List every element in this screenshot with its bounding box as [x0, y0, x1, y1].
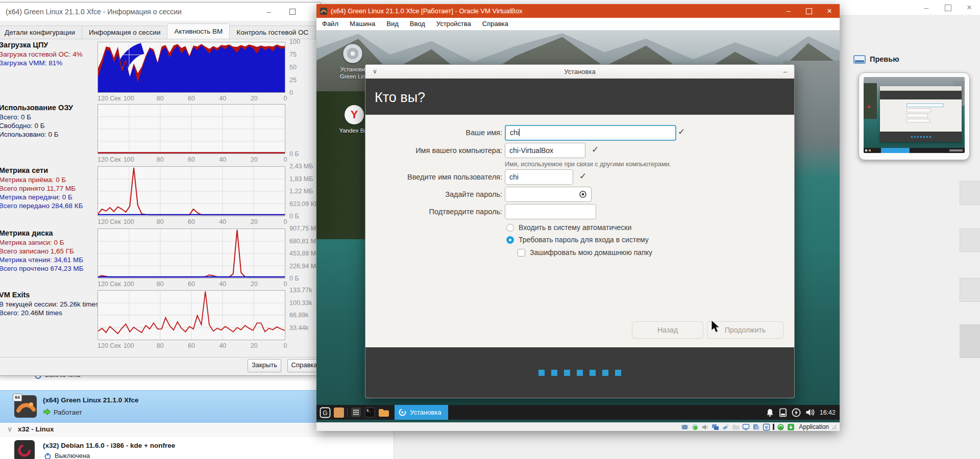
encrypt-home-label[interactable]: Зашифровать мою домашнюю папку — [530, 248, 652, 257]
tab-session-info[interactable]: Информация о сессии — [82, 26, 168, 39]
net-tx-rate: Метрика передачи: 0 Б — [0, 193, 96, 201]
edge-panel-block — [960, 324, 980, 358]
close-button[interactable]: Закрыть — [248, 359, 281, 372]
resize-grip[interactable] — [831, 424, 837, 429]
display-icon[interactable] — [742, 423, 750, 431]
displays-icon[interactable] — [712, 423, 719, 431]
net-chart — [97, 166, 285, 216]
manager-maximize-button[interactable] — [940, 2, 955, 13]
show-password-eye-icon[interactable] — [579, 190, 587, 198]
username-field[interactable]: chi — [505, 169, 573, 185]
installer-minimize-icon[interactable]: – — [783, 65, 787, 79]
taskbar-tray: 16:42 — [766, 408, 840, 417]
net-section-label: Метрика сети Метрика приёма: 0 Б Всего п… — [0, 166, 96, 210]
name-label: Ваше имя: — [365, 125, 502, 140]
manager-close-button[interactable]: × — [962, 2, 977, 13]
virtualization-icon[interactable]: V — [763, 423, 770, 431]
vmexits-title: VM Exits — [0, 291, 96, 299]
computer-hint: Имя, используемое при связи с другими ко… — [505, 161, 671, 168]
vm-os-icon: 64 — [14, 395, 37, 418]
vmexits-x-axis: 120 Сек100806040200 — [97, 341, 285, 350]
installer-title: Установка — [365, 65, 794, 79]
computer-field[interactable]: chi-VirtualBox — [505, 143, 585, 158]
manager-minimize-button[interactable]: – — [919, 2, 934, 13]
session-titlebar[interactable]: (x64) Green Linux 21.1.0 Xfce - Информац… — [0, 3, 320, 21]
cpu-vmm-load: Загрузка VMM: 81% — [0, 59, 96, 67]
vm-titlebar[interactable]: (x64) Green Linux 21.1.0 Xfce [Работает]… — [316, 4, 840, 18]
display-panel-icon[interactable] — [779, 408, 787, 417]
virtualbox-vm-window: (x64) Green Linux 21.1.0 Xfce [Работает]… — [316, 4, 840, 431]
clock[interactable]: 16:42 — [820, 409, 836, 416]
progress-dot — [538, 370, 545, 376]
installer-cd-icon[interactable] — [343, 44, 362, 63]
auto-login-radio[interactable] — [506, 224, 514, 232]
usb-icon[interactable] — [722, 423, 729, 431]
svg-text:G: G — [323, 409, 327, 416]
ram-used: Использовано: 0 Б — [0, 130, 96, 139]
installer-dialog: ∨ Установка – Кто вы? Ваше имя: chi ✓ Им… — [365, 64, 795, 398]
progress-dot — [564, 370, 570, 376]
vm-maximize-button[interactable] — [799, 4, 819, 18]
clipboard-icon[interactable] — [752, 423, 760, 431]
encrypt-home-checkbox[interactable] — [518, 249, 525, 257]
preview-thumbnail[interactable] — [859, 72, 970, 160]
menu-machine[interactable]: Машина — [344, 18, 381, 30]
network-icon[interactable] — [691, 423, 699, 431]
vm-window-title: (x64) Green Linux 21.1.0 Xfce [Работает]… — [331, 7, 523, 15]
notifications-bell-icon[interactable] — [766, 408, 774, 417]
page-title: Кто вы? — [375, 79, 425, 115]
tab-config-details[interactable]: Детали конфигурации — [0, 26, 82, 39]
window-button-icon[interactable] — [334, 407, 344, 418]
desktop-root: { "manager": { "preview_title": "Превью"… — [0, 0, 980, 459]
edge-panel-block — [960, 278, 980, 302]
tab-guest-control[interactable]: Контроль гостевой ОС — [229, 26, 315, 39]
menu-devices[interactable]: Устройства — [431, 18, 477, 30]
require-password-label[interactable]: Требовать пароль для входа в систему — [519, 236, 649, 244]
installer-progress — [365, 347, 794, 398]
net-y-axis: 2,43 МБ1,83 МБ1,22 МБ623,09 КБ0 Б — [289, 166, 320, 216]
session-maximize-button[interactable] — [281, 3, 304, 21]
installer-titlebar[interactable]: ∨ Установка – — [365, 65, 794, 79]
audio-icon[interactable] — [701, 423, 709, 431]
chevron-down-icon[interactable]: ∨ — [7, 425, 12, 433]
password-label: Задайте пароль: — [365, 187, 502, 202]
cpu-x-axis: 120 Сек100806040200 — [97, 94, 285, 103]
vm-os-icon — [14, 440, 35, 459]
statusbar-label: Application — [799, 423, 829, 430]
tab-vm-activity[interactable]: Активность ВМ — [167, 23, 230, 39]
confirm-password-field[interactable] — [505, 204, 596, 219]
net-x-axis: 120 Сек100806040200 — [97, 217, 285, 226]
menu-help[interactable]: Справка — [477, 18, 514, 30]
vm-minimize-button[interactable]: – — [778, 4, 799, 18]
hdd-icon[interactable] — [681, 423, 689, 431]
shared-folders-icon[interactable] — [732, 423, 740, 431]
vm-activity-panel: Загрузка ЦПУ Загрузка гостевой ОС: 4% За… — [0, 39, 320, 358]
cpu-guest-load: Загрузка гостевой ОС: 4% — [0, 50, 96, 59]
app-grid-icon[interactable] — [351, 407, 361, 418]
back-button[interactable]: Назад — [632, 321, 703, 339]
vmexits-total: Всего: 20.46M times — [0, 309, 96, 317]
terminal-icon[interactable]: $_ — [364, 407, 375, 418]
name-field[interactable]: chi — [505, 125, 676, 141]
menu-input[interactable]: Ввод — [404, 18, 431, 30]
menu-file[interactable]: Файл — [316, 18, 344, 30]
keyboard-icon[interactable] — [787, 423, 795, 431]
progress-dot — [615, 370, 621, 376]
valid-check-icon: ✓ — [678, 126, 685, 137]
power-manager-icon[interactable] — [792, 408, 801, 417]
yandex-browser-icon[interactable]: Y — [345, 105, 364, 124]
auto-login-label[interactable]: Входить в систему автоматически — [519, 223, 631, 232]
cpu-chart — [97, 42, 285, 93]
menu-view[interactable]: Вид — [381, 18, 404, 30]
app-menu-icon[interactable]: G — [320, 407, 331, 418]
file-manager-folder-icon[interactable] — [378, 408, 389, 417]
mouse-integration-icon[interactable] — [777, 423, 785, 431]
session-minimize-button[interactable]: – — [258, 3, 280, 21]
net-title: Метрика сети — [0, 166, 96, 174]
require-password-radio[interactable] — [506, 236, 514, 244]
vm-statusbar: V Application — [316, 422, 840, 431]
volume-icon[interactable] — [805, 408, 815, 417]
taskbar-task-installer[interactable]: Установка — [395, 405, 448, 420]
vm-close-button[interactable]: × — [819, 4, 840, 18]
vm-list-row-debian[interactable]: (x32) Debian 11.6.0 - i386 - kde + nonfr… — [0, 437, 394, 459]
